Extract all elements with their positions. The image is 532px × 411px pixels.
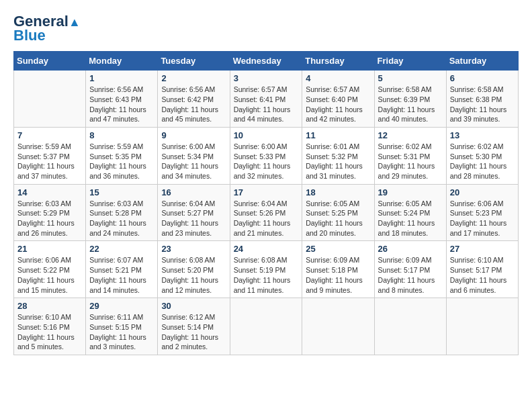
calendar-cell: 16Sunrise: 6:04 AMSunset: 5:27 PMDayligh…	[158, 184, 230, 241]
day-number: 9	[161, 130, 226, 140]
calendar-cell: 25Sunrise: 6:09 AMSunset: 5:18 PMDayligh…	[302, 241, 374, 298]
calendar-cell	[14, 71, 86, 128]
day-info: Sunrise: 6:08 AMSunset: 5:19 PMDaylight:…	[234, 255, 299, 295]
day-number: 7	[17, 130, 82, 140]
weekday-header-row: SundayMondayTuesdayWednesdayThursdayFrid…	[14, 52, 519, 71]
weekday-header-wednesday: Wednesday	[230, 52, 302, 71]
day-number: 18	[306, 187, 370, 197]
calendar-cell	[446, 298, 518, 355]
day-number: 28	[17, 301, 82, 311]
calendar-cell: 20Sunrise: 6:06 AMSunset: 5:23 PMDayligh…	[446, 184, 518, 241]
day-number: 8	[89, 130, 154, 140]
calendar-header: SundayMondayTuesdayWednesdayThursdayFrid…	[14, 52, 519, 71]
day-info: Sunrise: 6:08 AMSunset: 5:20 PMDaylight:…	[161, 255, 226, 295]
calendar-cell: 9Sunrise: 6:00 AMSunset: 5:34 PMDaylight…	[158, 127, 230, 184]
calendar-cell: 28Sunrise: 6:10 AMSunset: 5:16 PMDayligh…	[14, 298, 86, 355]
day-number: 1	[89, 73, 154, 83]
calendar-cell: 2Sunrise: 6:56 AMSunset: 6:42 PMDaylight…	[158, 71, 230, 128]
day-info: Sunrise: 6:58 AMSunset: 6:39 PMDaylight:…	[378, 85, 443, 124]
calendar-cell: 19Sunrise: 6:05 AMSunset: 5:24 PMDayligh…	[374, 184, 446, 241]
day-info: Sunrise: 6:12 AMSunset: 5:14 PMDaylight:…	[161, 312, 226, 352]
day-info: Sunrise: 6:58 AMSunset: 6:38 PMDaylight:…	[450, 85, 515, 124]
day-info: Sunrise: 6:00 AMSunset: 5:34 PMDaylight:…	[161, 142, 226, 181]
calendar-cell: 5Sunrise: 6:58 AMSunset: 6:39 PMDaylight…	[374, 71, 446, 128]
day-number: 13	[450, 130, 515, 140]
calendar-cell: 1Sunrise: 6:56 AMSunset: 6:43 PMDaylight…	[86, 71, 158, 128]
day-number: 4	[306, 73, 370, 83]
day-info: Sunrise: 6:06 AMSunset: 5:23 PMDaylight:…	[450, 199, 515, 238]
calendar-cell: 23Sunrise: 6:08 AMSunset: 5:20 PMDayligh…	[158, 241, 230, 298]
calendar-week-5: 28Sunrise: 6:10 AMSunset: 5:16 PMDayligh…	[14, 298, 519, 355]
calendar-cell	[302, 298, 374, 355]
calendar-body: 1Sunrise: 6:56 AMSunset: 6:43 PMDaylight…	[14, 71, 519, 355]
day-info: Sunrise: 6:01 AMSunset: 5:32 PMDaylight:…	[306, 142, 370, 181]
day-info: Sunrise: 6:05 AMSunset: 5:24 PMDaylight:…	[378, 199, 443, 238]
page-header: General▲ Blue	[13, 13, 519, 44]
calendar-cell: 26Sunrise: 6:09 AMSunset: 5:17 PMDayligh…	[374, 241, 446, 298]
calendar-cell: 7Sunrise: 5:59 AMSunset: 5:37 PMDaylight…	[14, 127, 86, 184]
weekday-header-thursday: Thursday	[302, 52, 374, 71]
calendar-cell: 4Sunrise: 6:57 AMSunset: 6:40 PMDaylight…	[302, 71, 374, 128]
day-number: 27	[450, 244, 515, 254]
day-number: 19	[378, 187, 443, 197]
calendar-cell: 8Sunrise: 5:59 AMSunset: 5:35 PMDaylight…	[86, 127, 158, 184]
weekday-header-friday: Friday	[374, 52, 446, 71]
calendar-cell: 18Sunrise: 6:05 AMSunset: 5:25 PMDayligh…	[302, 184, 374, 241]
logo-blue: Blue	[13, 27, 46, 44]
day-info: Sunrise: 6:03 AMSunset: 5:29 PMDaylight:…	[17, 199, 82, 238]
day-number: 21	[17, 244, 82, 254]
weekday-header-monday: Monday	[86, 52, 158, 71]
calendar-table: SundayMondayTuesdayWednesdayThursdayFrid…	[13, 51, 519, 355]
day-number: 22	[89, 244, 154, 254]
calendar-cell: 12Sunrise: 6:02 AMSunset: 5:31 PMDayligh…	[374, 127, 446, 184]
day-info: Sunrise: 6:00 AMSunset: 5:33 PMDaylight:…	[234, 142, 299, 181]
day-info: Sunrise: 6:04 AMSunset: 5:27 PMDaylight:…	[161, 199, 226, 238]
day-info: Sunrise: 6:09 AMSunset: 5:17 PMDaylight:…	[378, 255, 443, 295]
day-number: 17	[234, 187, 299, 197]
day-number: 11	[306, 130, 370, 140]
day-number: 5	[378, 73, 443, 83]
day-number: 12	[378, 130, 443, 140]
calendar-cell: 22Sunrise: 6:07 AMSunset: 5:21 PMDayligh…	[86, 241, 158, 298]
day-info: Sunrise: 6:04 AMSunset: 5:26 PMDaylight:…	[234, 199, 299, 238]
day-number: 14	[17, 187, 82, 197]
weekday-header-tuesday: Tuesday	[158, 52, 230, 71]
calendar-cell: 10Sunrise: 6:00 AMSunset: 5:33 PMDayligh…	[230, 127, 302, 184]
calendar-week-4: 21Sunrise: 6:06 AMSunset: 5:22 PMDayligh…	[14, 241, 519, 298]
day-info: Sunrise: 6:57 AMSunset: 6:40 PMDaylight:…	[306, 85, 370, 124]
calendar-cell: 6Sunrise: 6:58 AMSunset: 6:38 PMDaylight…	[446, 71, 518, 128]
day-info: Sunrise: 6:07 AMSunset: 5:21 PMDaylight:…	[89, 255, 154, 295]
day-info: Sunrise: 6:02 AMSunset: 5:30 PMDaylight:…	[450, 142, 515, 181]
day-info: Sunrise: 6:57 AMSunset: 6:41 PMDaylight:…	[234, 85, 299, 124]
day-number: 30	[161, 301, 226, 311]
day-info: Sunrise: 6:11 AMSunset: 5:15 PMDaylight:…	[89, 312, 154, 352]
day-info: Sunrise: 5:59 AMSunset: 5:35 PMDaylight:…	[89, 142, 154, 181]
calendar-week-3: 14Sunrise: 6:03 AMSunset: 5:29 PMDayligh…	[14, 184, 519, 241]
weekday-header-sunday: Sunday	[14, 52, 86, 71]
calendar-cell: 27Sunrise: 6:10 AMSunset: 5:17 PMDayligh…	[446, 241, 518, 298]
day-number: 25	[306, 244, 370, 254]
calendar-cell: 3Sunrise: 6:57 AMSunset: 6:41 PMDaylight…	[230, 71, 302, 128]
logo: General▲ Blue	[13, 13, 81, 44]
calendar-cell: 15Sunrise: 6:03 AMSunset: 5:28 PMDayligh…	[86, 184, 158, 241]
day-number: 2	[161, 73, 226, 83]
calendar-cell: 29Sunrise: 6:11 AMSunset: 5:15 PMDayligh…	[86, 298, 158, 355]
calendar-cell: 30Sunrise: 6:12 AMSunset: 5:14 PMDayligh…	[158, 298, 230, 355]
day-info: Sunrise: 6:56 AMSunset: 6:42 PMDaylight:…	[161, 85, 226, 124]
day-number: 20	[450, 187, 515, 197]
day-info: Sunrise: 6:02 AMSunset: 5:31 PMDaylight:…	[378, 142, 443, 181]
calendar-cell: 11Sunrise: 6:01 AMSunset: 5:32 PMDayligh…	[302, 127, 374, 184]
calendar-cell: 21Sunrise: 6:06 AMSunset: 5:22 PMDayligh…	[14, 241, 86, 298]
day-number: 16	[161, 187, 226, 197]
day-number: 6	[450, 73, 515, 83]
day-info: Sunrise: 6:03 AMSunset: 5:28 PMDaylight:…	[89, 199, 154, 238]
calendar-cell: 13Sunrise: 6:02 AMSunset: 5:30 PMDayligh…	[446, 127, 518, 184]
day-number: 24	[234, 244, 299, 254]
calendar-cell	[374, 298, 446, 355]
day-number: 10	[234, 130, 299, 140]
day-info: Sunrise: 6:05 AMSunset: 5:25 PMDaylight:…	[306, 199, 370, 238]
calendar-cell: 17Sunrise: 6:04 AMSunset: 5:26 PMDayligh…	[230, 184, 302, 241]
day-number: 26	[378, 244, 443, 254]
day-number: 23	[161, 244, 226, 254]
day-info: Sunrise: 6:06 AMSunset: 5:22 PMDaylight:…	[17, 255, 82, 295]
